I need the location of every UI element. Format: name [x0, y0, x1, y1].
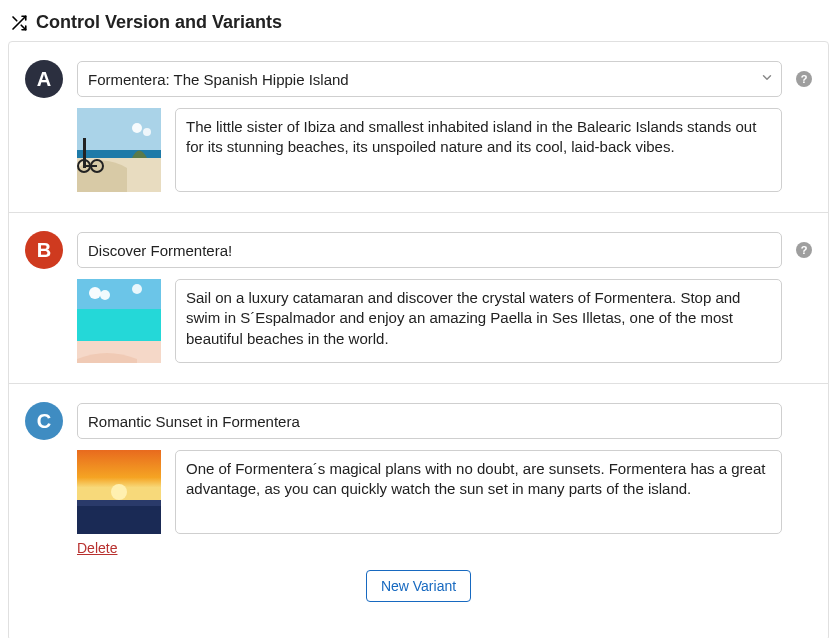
delete-variant-link[interactable]: Delete — [77, 540, 117, 556]
svg-rect-4 — [77, 150, 161, 158]
variant-badge-c: C — [25, 402, 63, 440]
svg-point-17 — [132, 284, 142, 294]
shuffle-icon — [10, 14, 28, 32]
svg-rect-13 — [77, 309, 161, 341]
variant-thumbnail-c[interactable] — [77, 450, 161, 534]
svg-point-11 — [143, 128, 151, 136]
variant-badge-a: A — [25, 60, 63, 98]
svg-point-10 — [132, 123, 142, 133]
variant-a: A ? — [9, 42, 828, 212]
page-header: Control Version and Variants — [8, 8, 829, 41]
svg-point-16 — [100, 290, 110, 300]
page-title: Control Version and Variants — [36, 12, 282, 33]
svg-rect-21 — [77, 500, 161, 506]
svg-line-2 — [13, 17, 17, 21]
variant-description-a[interactable] — [175, 108, 782, 192]
variant-c: C — [9, 383, 828, 638]
variant-description-c[interactable] — [175, 450, 782, 534]
variant-title-select-a[interactable] — [77, 61, 782, 97]
variants-panel: A ? — [8, 41, 829, 638]
help-icon[interactable]: ? — [796, 71, 812, 87]
new-variant-button[interactable]: New Variant — [366, 570, 471, 602]
svg-rect-6 — [83, 138, 86, 168]
variant-title-input-c[interactable] — [77, 403, 782, 439]
variant-title-input-b[interactable] — [77, 232, 782, 268]
variant-description-b[interactable] — [175, 279, 782, 363]
svg-point-15 — [89, 287, 101, 299]
panel-footer: New Variant — [25, 556, 812, 620]
variant-badge-b: B — [25, 231, 63, 269]
svg-point-19 — [111, 484, 127, 500]
help-icon[interactable]: ? — [796, 242, 812, 258]
variant-thumbnail-b[interactable] — [77, 279, 161, 363]
variant-b: B ? — [9, 212, 828, 383]
variant-thumbnail-a[interactable] — [77, 108, 161, 192]
